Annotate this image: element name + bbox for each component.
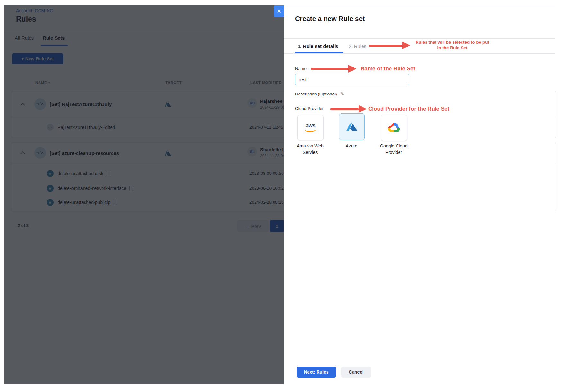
- next-rules-button[interactable]: Next: Rules: [297, 367, 336, 378]
- annotation-arrow-line: [330, 108, 359, 110]
- provider-card-gcp[interactable]: [381, 115, 407, 141]
- provider-label-azure: Azure: [333, 143, 371, 149]
- name-label: Name: [295, 66, 307, 71]
- close-icon[interactable]: ✕: [274, 5, 284, 17]
- provider-card-aws[interactable]: aws: [297, 115, 324, 140]
- name-input[interactable]: [295, 74, 409, 85]
- provider-label-line: Google Cloud: [374, 143, 413, 149]
- description-label: Description (Optional): [295, 92, 337, 96]
- create-rule-set-drawer: [284, 5, 555, 392]
- annotation-steps-note-line1: Rules that will be selected to be put: [407, 40, 498, 45]
- description-row: Description (Optional) ✎: [295, 91, 344, 97]
- annotation-arrow-line: [369, 45, 402, 47]
- annotation-arrow-head: [348, 65, 356, 73]
- annotation-provider-note: Cloud Provider for the Rule Set: [368, 106, 449, 112]
- aws-wordmark: aws: [306, 123, 316, 128]
- provider-label-line: Provider: [374, 149, 413, 156]
- annotation-arrow-line: [311, 68, 348, 70]
- drawer-title: Create a new Rule set: [295, 15, 365, 22]
- aws-icon: aws: [305, 123, 316, 132]
- provider-label-line: Azure: [333, 143, 371, 149]
- steps-bottom-border: [284, 53, 555, 54]
- steps-top-border: [284, 38, 555, 39]
- gcp-icon: [387, 122, 401, 134]
- cloud-provider-label: Cloud Provider: [295, 106, 324, 111]
- annotation-arrow-head: [359, 105, 367, 113]
- aws-swoosh: [305, 128, 316, 132]
- provider-label-gcp: Google Cloud Provider: [374, 143, 413, 156]
- annotation-name-note: Name of the Rule Set: [361, 66, 415, 72]
- annotation-steps-note-line2: in the Rule Set: [407, 45, 498, 50]
- step-rule-set-details[interactable]: 1. Rule set details: [298, 43, 338, 49]
- provider-label-line: Amazon Web: [291, 143, 329, 149]
- annotation-steps-note: Rules that will be selected to be put in…: [407, 40, 498, 50]
- provider-label-aws: Amazon Web Servies: [291, 143, 329, 156]
- provider-label-line: Servies: [291, 149, 329, 156]
- edit-pencil-icon[interactable]: ✎: [340, 91, 345, 97]
- cancel-button[interactable]: Cancel: [341, 367, 371, 378]
- provider-card-azure[interactable]: [339, 113, 365, 140]
- step-rules[interactable]: 2. Rules: [349, 43, 366, 49]
- azure-icon: [346, 122, 358, 132]
- screen: Account: CCM-NG Rules All Rules Rule Set…: [0, 0, 574, 392]
- active-step-underline: [295, 52, 343, 53]
